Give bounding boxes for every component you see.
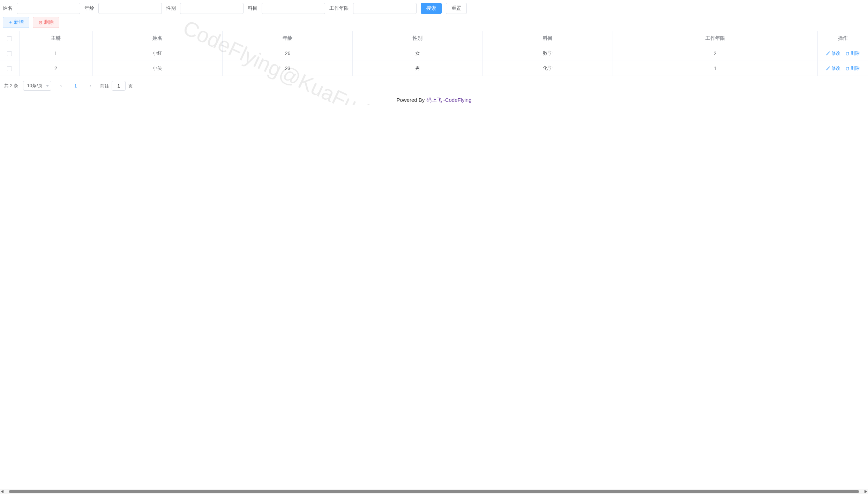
add-button-label: 新增 (14, 19, 24, 25)
chevron-left-icon (59, 84, 63, 88)
cell-work-years: 1 (613, 61, 817, 76)
name-label: 姓名 (3, 5, 17, 12)
select-all-checkbox[interactable] (7, 36, 12, 41)
cell-gender: 男 (353, 61, 483, 76)
cell-work-years: 2 (613, 46, 817, 61)
pagination-total: 共 2 条 (4, 83, 18, 89)
work-years-label: 工作年限 (329, 5, 353, 12)
cell-gender: 女 (353, 46, 483, 61)
edit-button[interactable]: 修改 (826, 65, 840, 71)
chevron-right-icon (89, 84, 92, 88)
delete-button-label: 删除 (44, 19, 54, 25)
cell-subject: 化学 (483, 61, 613, 76)
footer-link[interactable]: 码上飞 -CodeFlying (426, 97, 472, 103)
data-table: 主键 姓名 年龄 性别 科目 工作年限 操作 1 小红 26 女 数学 2 修改 (0, 31, 868, 76)
edit-icon (826, 66, 830, 70)
action-bar: 新增 删除 (0, 17, 868, 31)
edit-label: 修改 (831, 65, 840, 71)
table-row: 1 小红 26 女 数学 2 修改 删除 (0, 46, 868, 61)
row-checkbox[interactable] (7, 51, 12, 56)
header-gender: 性别 (353, 31, 483, 46)
prev-page-button[interactable] (56, 81, 66, 91)
header-work-years: 工作年限 (613, 31, 817, 46)
delete-label: 删除 (851, 65, 860, 71)
cell-age: 23 (223, 61, 353, 76)
header-subject: 科目 (483, 31, 613, 46)
row-delete-button[interactable]: 删除 (845, 65, 860, 71)
cell-pk: 2 (19, 61, 92, 76)
gender-input[interactable] (180, 3, 244, 14)
header-pk: 主键 (19, 31, 92, 46)
search-button[interactable]: 搜索 (421, 3, 442, 14)
delete-button[interactable]: 删除 (33, 17, 59, 28)
next-page-button[interactable] (85, 81, 95, 91)
reset-button[interactable]: 重置 (446, 3, 467, 14)
cell-pk: 1 (19, 46, 92, 61)
cell-age: 26 (223, 46, 353, 61)
header-op: 操作 (817, 31, 868, 46)
edit-button[interactable]: 修改 (826, 50, 840, 56)
page-suffix: 页 (128, 83, 133, 89)
subject-input[interactable] (262, 3, 325, 14)
page-size-value: 10条/页 (27, 83, 42, 89)
trash-icon (38, 20, 43, 24)
name-input[interactable] (17, 3, 80, 14)
chevron-down-icon (46, 85, 49, 87)
edit-label: 修改 (831, 50, 840, 56)
page-size-select[interactable]: 10条/页 (23, 81, 51, 91)
cell-name: 小吴 (92, 61, 223, 76)
header-name: 姓名 (92, 31, 223, 46)
page-jump-input[interactable] (112, 81, 126, 91)
gender-label: 性别 (166, 5, 180, 12)
footer-prefix: Powered By (396, 97, 426, 103)
footer: Powered By 码上飞 -CodeFlying (0, 96, 868, 105)
row-delete-button[interactable]: 删除 (845, 50, 860, 56)
work-years-input[interactable] (353, 3, 417, 14)
delete-label: 删除 (851, 50, 860, 56)
age-input[interactable] (98, 3, 162, 14)
table-row: 2 小吴 23 男 化学 1 修改 删除 (0, 61, 868, 76)
edit-icon (826, 51, 830, 55)
trash-icon (845, 66, 850, 70)
age-label: 年龄 (84, 5, 98, 12)
add-button[interactable]: 新增 (3, 17, 29, 28)
cell-name: 小红 (92, 46, 223, 61)
search-form: 姓名 年龄 性别 科目 工作年限 搜索 重置 (0, 0, 868, 17)
page-number[interactable]: 1 (71, 81, 81, 91)
row-checkbox[interactable] (7, 66, 12, 71)
goto-label: 前往 (100, 83, 109, 89)
trash-icon (845, 51, 850, 55)
pagination: 共 2 条 10条/页 1 前往 页 (0, 76, 868, 96)
cell-subject: 数学 (483, 46, 613, 61)
subject-label: 科目 (248, 5, 262, 12)
plus-icon (8, 20, 13, 24)
header-age: 年龄 (223, 31, 353, 46)
